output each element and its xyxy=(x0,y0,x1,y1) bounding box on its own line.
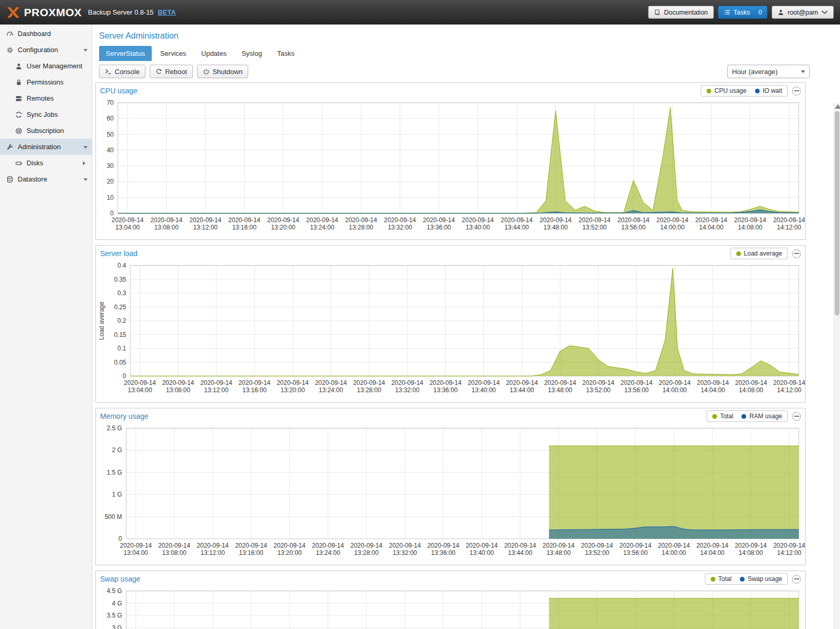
legend-color-dot xyxy=(741,414,746,419)
legend-item-io-wait[interactable]: IO wait xyxy=(755,87,782,94)
svg-text:13:12:00: 13:12:00 xyxy=(193,224,218,231)
svg-text:2020-09-14: 2020-09-14 xyxy=(543,542,575,549)
task-list-icon xyxy=(724,9,731,16)
svg-text:500 M: 500 M xyxy=(105,513,122,521)
legend-label: Load average xyxy=(744,250,782,257)
chevron-down-icon[interactable] xyxy=(83,178,88,183)
chevron-down-icon[interactable] xyxy=(83,49,88,54)
vertical-scrollbar[interactable] xyxy=(834,103,840,629)
chevron-down-icon[interactable] xyxy=(83,146,88,151)
tab-syslog[interactable]: Syslog xyxy=(235,46,269,61)
svg-text:13:20:00: 13:20:00 xyxy=(271,224,296,231)
svg-text:1 G: 1 G xyxy=(112,491,122,498)
svg-text:13:36:00: 13:36:00 xyxy=(427,224,451,231)
collapse-panel-button[interactable] xyxy=(792,412,801,421)
tasks-count-badge: 0 xyxy=(759,9,762,16)
legend-color-dot xyxy=(707,89,711,93)
chart-title: Server load xyxy=(100,249,138,258)
svg-text:2020-09-14: 2020-09-14 xyxy=(697,379,729,386)
legend-item-load-average[interactable]: Load average xyxy=(736,250,782,257)
svg-text:2020-09-14: 2020-09-14 xyxy=(579,216,611,224)
svg-text:2020-09-14: 2020-09-14 xyxy=(430,379,462,386)
chart-legend: TotalSwap usage xyxy=(705,573,788,585)
reboot-button[interactable]: Reboot xyxy=(150,65,193,78)
shutdown-label: Shutdown xyxy=(213,68,243,76)
svg-text:2020-09-14: 2020-09-14 xyxy=(582,379,615,386)
svg-text:13:40:00: 13:40:00 xyxy=(466,224,490,231)
sidebar-item-configuration[interactable]: Configuration xyxy=(0,42,92,58)
svg-text:14:04:00: 14:04:00 xyxy=(701,386,725,394)
beta-link[interactable]: BETA xyxy=(158,8,176,16)
console-button[interactable]: Console xyxy=(99,65,145,78)
sidebar-item-datastore[interactable]: Datastore xyxy=(0,171,92,187)
tab-updates[interactable]: Updates xyxy=(194,46,233,61)
sidebar-item-sync-jobs[interactable]: Sync Jobs xyxy=(0,106,92,123)
sidebar-item-disks[interactable]: Disks xyxy=(0,155,92,171)
legend-item-swap-usage[interactable]: Swap usage xyxy=(740,575,782,583)
svg-text:2020-09-14: 2020-09-14 xyxy=(277,379,309,386)
sidebar-item-subscription[interactable]: Subscription xyxy=(0,123,92,139)
svg-text:14:00:00: 14:00:00 xyxy=(663,386,687,394)
svg-text:13:56:00: 13:56:00 xyxy=(623,549,648,557)
svg-text:2 G: 2 G xyxy=(112,446,122,454)
svg-text:13:48:00: 13:48:00 xyxy=(546,549,571,557)
legend-item-total[interactable]: Total xyxy=(711,575,732,583)
svg-text:0.35: 0.35 xyxy=(114,276,127,283)
legend-label: Swap usage xyxy=(748,575,782,583)
svg-text:2020-09-14: 2020-09-14 xyxy=(391,379,423,386)
svg-text:2020-09-14: 2020-09-14 xyxy=(162,379,194,386)
gears-icon xyxy=(5,46,14,54)
sidebar-item-user-management[interactable]: User Management xyxy=(0,58,92,74)
svg-text:40: 40 xyxy=(107,147,114,154)
svg-text:13:20:00: 13:20:00 xyxy=(281,386,305,394)
series-line-load-average xyxy=(130,268,799,376)
legend-item-ram-usage[interactable]: RAM usage xyxy=(741,413,782,420)
svg-text:14:12:00: 14:12:00 xyxy=(777,549,801,557)
tab-tasks[interactable]: Tasks xyxy=(270,46,301,61)
svg-text:4.5 G: 4.5 G xyxy=(107,587,122,595)
collapse-panel-button[interactable] xyxy=(792,249,801,258)
proxmox-logo: PROXMOX xyxy=(6,6,82,19)
sidebar-item-dashboard[interactable]: Dashboard xyxy=(0,26,92,42)
sidebar-item-administration[interactable]: Administration xyxy=(0,139,92,155)
tasks-label: Tasks xyxy=(734,9,750,16)
collapse-panel-button[interactable] xyxy=(792,87,801,95)
svg-text:2020-09-14: 2020-09-14 xyxy=(773,379,805,386)
legend-item-cpu-usage[interactable]: CPU usage xyxy=(707,87,746,94)
shutdown-button[interactable]: Shutdown xyxy=(197,65,249,78)
user-icon xyxy=(777,9,784,16)
user-menu-button[interactable]: root@pam xyxy=(772,6,834,19)
svg-text:13:24:00: 13:24:00 xyxy=(316,549,340,557)
chart-panel-memory-usage: Memory usageTotalRAM usage2020-09-1413:0… xyxy=(95,408,806,565)
chart-legend: Load average xyxy=(731,248,788,259)
svg-text:13:28:00: 13:28:00 xyxy=(354,549,379,557)
legend-label: IO wait xyxy=(763,87,782,94)
documentation-button[interactable]: Documentation xyxy=(648,6,713,19)
svg-text:13:28:00: 13:28:00 xyxy=(349,224,373,231)
svg-text:2020-09-14: 2020-09-14 xyxy=(306,216,338,224)
chevron-right-icon[interactable] xyxy=(83,161,88,165)
tab-services[interactable]: Services xyxy=(153,46,193,61)
timeframe-select[interactable]: Hour (average) xyxy=(727,65,810,78)
svg-text:2020-09-14: 2020-09-14 xyxy=(315,379,347,386)
chart-title: Memory usage xyxy=(100,412,149,420)
chart-memory-usage: 2020-09-1413:04:002020-09-1413:08:002020… xyxy=(96,424,805,565)
sidebar-item-permissions[interactable]: Permissions xyxy=(0,74,92,90)
sidebar-item-label: Datastore xyxy=(18,175,47,183)
svg-text:2.5 G: 2.5 G xyxy=(107,425,122,432)
svg-text:14:08:00: 14:08:00 xyxy=(739,386,763,394)
scroll-up-button[interactable] xyxy=(834,103,840,110)
legend-color-dot xyxy=(712,414,717,419)
legend-item-total[interactable]: Total xyxy=(712,413,733,420)
tasks-button[interactable]: Tasks 0 xyxy=(718,6,768,19)
svg-text:13:32:00: 13:32:00 xyxy=(395,386,420,394)
svg-text:1.5 G: 1.5 G xyxy=(107,469,122,476)
svg-text:0.2: 0.2 xyxy=(117,317,126,324)
sidebar-item-remotes[interactable]: Remotes xyxy=(0,90,92,106)
tab-serverstatus[interactable]: ServerStatus xyxy=(99,46,152,61)
sidebar-item-label: Administration xyxy=(18,143,60,151)
svg-text:2020-09-14: 2020-09-14 xyxy=(735,379,768,386)
collapse-panel-button[interactable] xyxy=(792,575,801,584)
scrollbar-thumb[interactable] xyxy=(835,111,839,316)
gauge-icon xyxy=(5,30,14,38)
